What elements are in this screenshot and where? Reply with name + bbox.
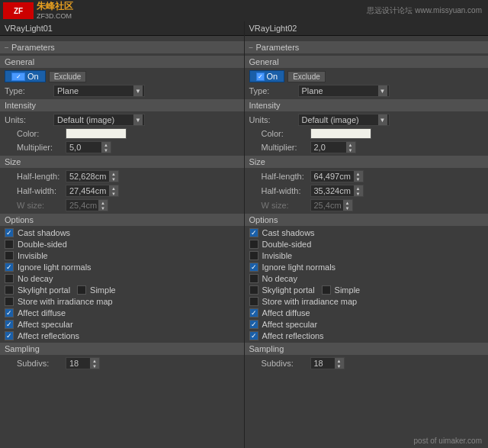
half-length-label-right: Half-length:	[262, 172, 307, 181]
skylight-label-right: Skylight portal	[262, 285, 315, 295]
no-decay-cb-left[interactable]	[5, 274, 14, 283]
logo: ZF	[3, 2, 34, 19]
affect-reflections-row-left: Affect reflections	[5, 331, 239, 340]
affect-specular-label-right: Affect specular	[262, 320, 318, 329]
units-row-left: Units: Default (image) ▼	[5, 114, 239, 126]
color-swatch-right[interactable]	[310, 128, 371, 139]
subdivs-row-left: Subdivs: 18 ▲ ▼	[17, 357, 239, 369]
double-sided-cb-right[interactable]	[249, 240, 258, 249]
affect-specular-row-right: Affect specular	[249, 320, 484, 329]
affect-diffuse-row-left: Affect diffuse	[5, 308, 239, 317]
cast-shadows-cb-left[interactable]	[5, 228, 14, 237]
exclude-button-left[interactable]: Exclude	[49, 71, 87, 82]
half-length-spinner-right[interactable]: 64,497cm ▲ ▼	[310, 170, 364, 182]
collapse-icon-right: –	[249, 44, 253, 51]
on-row-left: ✓ On Exclude	[5, 70, 239, 82]
no-decay-row-left: No decay	[5, 274, 239, 283]
no-decay-label-left: No decay	[18, 274, 53, 283]
units-select-left[interactable]: Default (image) ▼	[53, 114, 145, 126]
type-select-left[interactable]: Plane ▼	[53, 85, 145, 97]
affect-reflections-cb-left[interactable]	[5, 331, 14, 340]
ignore-normals-cb-right[interactable]	[249, 263, 258, 272]
half-length-spinner-left[interactable]: 52,628cm ▲ ▼	[66, 170, 119, 182]
store-irradiance-cb-right[interactable]	[249, 297, 258, 306]
cast-shadows-cb-right[interactable]	[249, 228, 258, 237]
wsize-row-right: W size: 25,4cm ▲ ▼	[262, 199, 484, 211]
no-decay-label-right: No decay	[262, 274, 297, 283]
simple-label-right: Simple	[335, 285, 361, 295]
units-select-right[interactable]: Default (image) ▼	[298, 114, 390, 126]
subdivs-spinner-left[interactable]: 18 ▲ ▼	[66, 357, 100, 369]
multiplier-spinner-right[interactable]: 2,0 ▲ ▼	[310, 141, 356, 153]
multiplier-label-right: Multiplier:	[262, 143, 307, 152]
invisible-cb-left[interactable]	[5, 251, 14, 260]
invisible-label-left: Invisible	[18, 251, 48, 260]
type-label-left: Type:	[5, 86, 50, 95]
ignore-normals-cb-left[interactable]	[5, 263, 14, 272]
affect-specular-cb-left[interactable]	[5, 320, 14, 329]
simple-label-left: Simple	[90, 285, 116, 295]
affect-specular-cb-right[interactable]	[249, 320, 258, 329]
skylight-cb-right[interactable]	[249, 285, 258, 295]
invisible-cb-right[interactable]	[249, 251, 258, 260]
type-select-right[interactable]: Plane ▼	[298, 85, 390, 97]
store-irradiance-label-right: Store with irradiance map	[262, 297, 358, 306]
on-button-left[interactable]: ✓ On	[5, 70, 46, 82]
footer: post of uimaker.com	[414, 437, 482, 445]
ignore-normals-label-left: Ignore light normals	[18, 263, 92, 272]
type-row-left: Type: Plane ▼	[5, 85, 239, 97]
multiplier-row-left: Multiplier: 5,0 ▲ ▼	[17, 141, 239, 153]
panel-left-title: VRayLight01	[5, 24, 53, 33]
panel-left-titlebar: VRayLight01	[0, 21, 244, 36]
affect-diffuse-cb-right[interactable]	[249, 308, 258, 317]
cast-shadows-row-right: Cast shadows	[249, 228, 484, 237]
double-sided-row-right: Double-sided	[249, 240, 484, 249]
multiplier-arrows-left: ▲ ▼	[101, 142, 111, 153]
skylight-row-right: Skylight portal Simple	[249, 285, 484, 295]
half-width-label-right: Half-width:	[262, 186, 307, 195]
half-width-spinner-right[interactable]: 35,324cm ▲ ▼	[310, 185, 364, 197]
affect-diffuse-label-right: Affect diffuse	[262, 308, 310, 317]
cast-shadows-label-right: Cast shadows	[262, 228, 315, 237]
sampling-header-left: Sampling	[0, 343, 244, 355]
color-label-left: Color:	[17, 129, 63, 138]
store-irradiance-row-right: Store with irradiance map	[249, 297, 484, 306]
subdivs-label-left: Subdivs:	[17, 359, 63, 368]
affect-reflections-cb-right[interactable]	[249, 331, 258, 340]
no-decay-cb-right[interactable]	[249, 274, 258, 283]
type-arrow-right: ▼	[378, 85, 387, 96]
skylight-cb-left[interactable]	[5, 285, 14, 295]
multiplier-spinner-left[interactable]: 5,0 ▲ ▼	[66, 141, 111, 153]
on-button-right[interactable]: ✓ On	[249, 70, 285, 82]
double-sided-label-right: Double-sided	[262, 240, 312, 249]
simple-cb-right[interactable]	[322, 285, 331, 295]
multiplier-row-right: Multiplier: 2,0 ▲ ▼	[262, 141, 484, 153]
cast-shadows-label-left: Cast shadows	[18, 228, 70, 237]
affect-reflections-label-right: Affect reflections	[262, 331, 324, 340]
units-label-right: Units:	[249, 115, 295, 124]
half-width-spinner-left[interactable]: 27,454cm ▲ ▼	[66, 185, 119, 197]
store-irradiance-cb-left[interactable]	[5, 297, 14, 306]
color-swatch-left[interactable]	[66, 128, 127, 139]
wsize-spinner-left[interactable]: 25,4cm ▲ ▼	[66, 199, 108, 211]
no-decay-row-right: No decay	[249, 274, 484, 283]
watermark-right: 思远设计论坛 www.missyuan.com	[361, 0, 488, 21]
color-row-right: Color:	[262, 128, 484, 139]
affect-reflections-row-right: Affect reflections	[249, 331, 484, 340]
affect-diffuse-cb-left[interactable]	[5, 308, 14, 317]
affect-diffuse-row-right: Affect diffuse	[249, 308, 484, 317]
options-header-right: Options	[245, 214, 489, 226]
simple-cb-left[interactable]	[77, 285, 86, 295]
top-bar: ZF 朱峰社区 ZF3D.COM 思远设计论坛 www.missyuan.com	[0, 0, 488, 21]
intensity-header-right: Intensity	[245, 99, 489, 111]
skylight-label-left: Skylight portal	[18, 285, 70, 295]
ignore-normals-row-right: Ignore light normals	[249, 263, 484, 272]
color-row-left: Color:	[17, 128, 239, 139]
subdivs-spinner-right[interactable]: 18 ▲ ▼	[310, 357, 345, 369]
exclude-button-right[interactable]: Exclude	[287, 71, 326, 82]
size-header-left: Size	[0, 156, 244, 168]
wsize-spinner-right[interactable]: 25,4cm ▲ ▼	[310, 199, 353, 211]
units-label-left: Units:	[5, 115, 50, 124]
double-sided-cb-left[interactable]	[5, 240, 14, 249]
affect-diffuse-label-left: Affect diffuse	[18, 308, 66, 317]
